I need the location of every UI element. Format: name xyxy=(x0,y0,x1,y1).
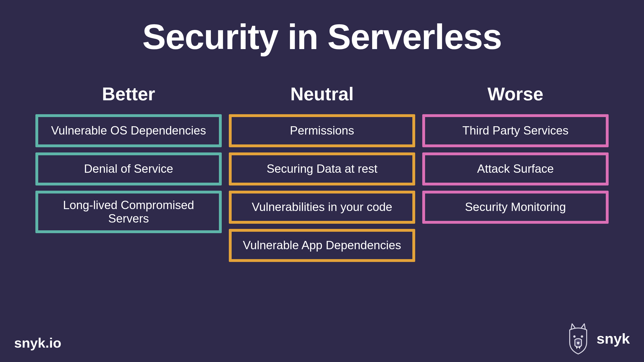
item-box: Vulnerabilities in your code xyxy=(229,191,415,224)
slide-title: Security in Serverless xyxy=(28,17,616,57)
column-neutral: Neutral Permissions Securing Data at res… xyxy=(229,83,415,352)
column-heading-neutral: Neutral xyxy=(229,83,415,105)
item-box: Vulnerable App Dependencies xyxy=(229,229,415,262)
item-box: Denial of Service xyxy=(36,152,222,185)
item-label: Securing Data at rest xyxy=(266,162,378,176)
item-box: Third Party Services xyxy=(422,114,608,147)
column-heading-better: Better xyxy=(36,83,222,105)
item-label: Vulnerable App Dependencies xyxy=(243,239,401,252)
item-label: Vulnerabilities in your code xyxy=(252,200,392,214)
item-box: Securing Data at rest xyxy=(229,152,415,185)
footer-brand-area: snyk xyxy=(564,322,630,355)
item-label: Permissions xyxy=(290,124,354,138)
slide: Security in Serverless Better Vulnerable… xyxy=(0,0,644,362)
footer-brand: snyk xyxy=(596,330,630,347)
item-label: Third Party Services xyxy=(462,124,568,138)
column-worse: Worse Third Party Services Attack Surfac… xyxy=(422,83,608,352)
item-label: Vulnerable OS Dependencies xyxy=(51,124,206,138)
item-box: Permissions xyxy=(229,114,415,147)
item-label: Long-lived Compromised Servers xyxy=(48,198,210,226)
svg-point-1 xyxy=(581,335,583,338)
column-better: Better Vulnerable OS Dependencies Denial… xyxy=(36,83,222,352)
item-label: Security Monitoring xyxy=(465,200,566,214)
columns-row: Better Vulnerable OS Dependencies Denial… xyxy=(28,83,616,352)
item-box: Security Monitoring xyxy=(422,191,608,224)
item-box: Long-lived Compromised Servers xyxy=(36,191,222,233)
item-label: Attack Surface xyxy=(477,162,554,176)
column-heading-worse: Worse xyxy=(422,83,608,105)
item-label: Denial of Service xyxy=(84,162,173,176)
dog-logo-icon xyxy=(564,322,592,355)
svg-point-0 xyxy=(573,335,576,338)
item-box: Attack Surface xyxy=(422,152,608,185)
footer-site: snyk.io xyxy=(14,335,61,351)
item-box: Vulnerable OS Dependencies xyxy=(36,114,222,147)
